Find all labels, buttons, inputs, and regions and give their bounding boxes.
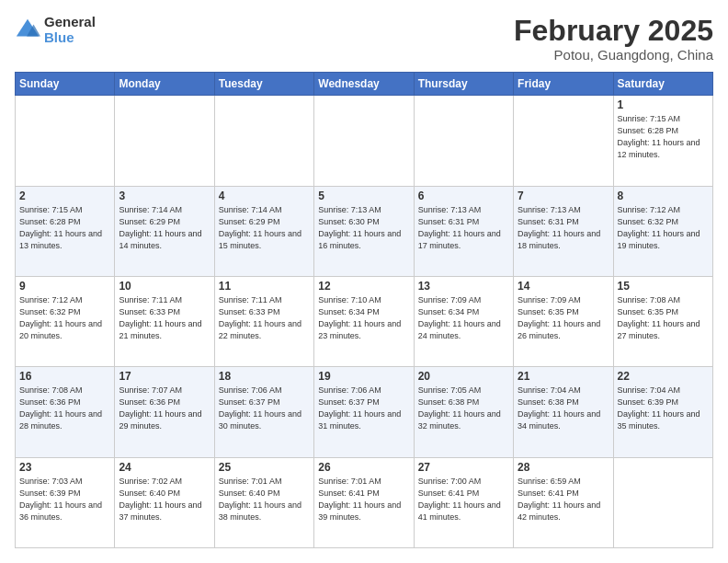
title-block: February 2025 Potou, Guangdong, China bbox=[514, 15, 713, 63]
calendar-cell: 13Sunrise: 7:09 AM Sunset: 6:34 PM Dayli… bbox=[414, 276, 513, 366]
header-tuesday: Tuesday bbox=[214, 73, 313, 96]
calendar-cell bbox=[414, 96, 513, 186]
day-info: Sunrise: 7:04 AM Sunset: 6:39 PM Dayligh… bbox=[618, 385, 709, 432]
page: General Blue February 2025 Potou, Guangd… bbox=[0, 0, 728, 563]
calendar-cell: 8Sunrise: 7:12 AM Sunset: 6:32 PM Daylig… bbox=[613, 186, 712, 276]
calendar-title: February 2025 bbox=[514, 15, 713, 47]
calendar-subtitle: Potou, Guangdong, China bbox=[514, 47, 713, 63]
calendar-cell: 28Sunrise: 6:59 AM Sunset: 6:41 PM Dayli… bbox=[514, 457, 613, 547]
day-info: Sunrise: 7:11 AM Sunset: 6:33 PM Dayligh… bbox=[119, 294, 210, 342]
logo-icon bbox=[15, 17, 40, 43]
day-number: 17 bbox=[119, 370, 210, 383]
day-number: 26 bbox=[318, 461, 409, 474]
calendar-cell bbox=[115, 96, 214, 186]
header: General Blue February 2025 Potou, Guangd… bbox=[15, 15, 713, 63]
day-number: 5 bbox=[318, 190, 409, 202]
calendar-header-row: SundayMondayTuesdayWednesdayThursdayFrid… bbox=[16, 73, 713, 96]
day-info: Sunrise: 7:12 AM Sunset: 6:32 PM Dayligh… bbox=[19, 294, 110, 342]
day-info: Sunrise: 7:09 AM Sunset: 6:35 PM Dayligh… bbox=[518, 294, 609, 342]
calendar-cell: 24Sunrise: 7:02 AM Sunset: 6:40 PM Dayli… bbox=[115, 457, 214, 547]
day-info: Sunrise: 7:11 AM Sunset: 6:33 PM Dayligh… bbox=[219, 294, 310, 342]
day-number: 12 bbox=[318, 280, 409, 293]
day-info: Sunrise: 7:14 AM Sunset: 6:29 PM Dayligh… bbox=[119, 204, 210, 252]
day-number: 18 bbox=[219, 370, 310, 383]
calendar-cell bbox=[514, 96, 613, 186]
day-info: Sunrise: 7:02 AM Sunset: 6:40 PM Dayligh… bbox=[119, 476, 210, 523]
calendar-cell: 3Sunrise: 7:14 AM Sunset: 6:29 PM Daylig… bbox=[115, 186, 214, 276]
day-info: Sunrise: 6:59 AM Sunset: 6:41 PM Dayligh… bbox=[518, 476, 609, 523]
day-number: 24 bbox=[119, 461, 210, 474]
calendar-cell: 27Sunrise: 7:00 AM Sunset: 6:41 PM Dayli… bbox=[414, 457, 513, 547]
calendar-cell: 15Sunrise: 7:08 AM Sunset: 6:35 PM Dayli… bbox=[613, 276, 712, 366]
day-number: 15 bbox=[618, 280, 709, 293]
logo: General Blue bbox=[15, 15, 96, 45]
day-info: Sunrise: 7:01 AM Sunset: 6:41 PM Dayligh… bbox=[318, 476, 409, 523]
calendar-cell: 1Sunrise: 7:15 AM Sunset: 6:28 PM Daylig… bbox=[613, 96, 712, 186]
calendar-cell: 4Sunrise: 7:14 AM Sunset: 6:29 PM Daylig… bbox=[214, 186, 313, 276]
header-wednesday: Wednesday bbox=[314, 73, 414, 96]
calendar-cell: 2Sunrise: 7:15 AM Sunset: 6:28 PM Daylig… bbox=[16, 186, 115, 276]
calendar-cell: 5Sunrise: 7:13 AM Sunset: 6:30 PM Daylig… bbox=[314, 186, 414, 276]
day-number: 9 bbox=[19, 280, 110, 293]
calendar-cell: 6Sunrise: 7:13 AM Sunset: 6:31 PM Daylig… bbox=[414, 186, 513, 276]
calendar-week-1: 1Sunrise: 7:15 AM Sunset: 6:28 PM Daylig… bbox=[16, 96, 713, 186]
day-number: 8 bbox=[618, 190, 709, 202]
day-info: Sunrise: 7:05 AM Sunset: 6:38 PM Dayligh… bbox=[418, 385, 509, 432]
day-number: 10 bbox=[119, 280, 210, 293]
day-number: 23 bbox=[19, 461, 110, 474]
calendar-week-4: 16Sunrise: 7:08 AM Sunset: 6:36 PM Dayli… bbox=[16, 367, 713, 457]
day-number: 3 bbox=[119, 190, 210, 202]
day-info: Sunrise: 7:13 AM Sunset: 6:30 PM Dayligh… bbox=[318, 204, 409, 252]
day-info: Sunrise: 7:10 AM Sunset: 6:34 PM Dayligh… bbox=[318, 294, 409, 342]
calendar-cell: 16Sunrise: 7:08 AM Sunset: 6:36 PM Dayli… bbox=[16, 367, 115, 457]
day-info: Sunrise: 7:15 AM Sunset: 6:28 PM Dayligh… bbox=[618, 113, 709, 161]
calendar-cell: 12Sunrise: 7:10 AM Sunset: 6:34 PM Dayli… bbox=[314, 276, 414, 366]
day-number: 27 bbox=[418, 461, 509, 474]
day-number: 14 bbox=[518, 280, 609, 293]
day-info: Sunrise: 7:14 AM Sunset: 6:29 PM Dayligh… bbox=[219, 204, 310, 252]
calendar-cell: 14Sunrise: 7:09 AM Sunset: 6:35 PM Dayli… bbox=[514, 276, 613, 366]
logo-text: General Blue bbox=[44, 15, 96, 45]
day-info: Sunrise: 7:13 AM Sunset: 6:31 PM Dayligh… bbox=[418, 204, 509, 252]
day-number: 11 bbox=[219, 280, 310, 293]
calendar-cell bbox=[314, 96, 414, 186]
header-saturday: Saturday bbox=[613, 73, 712, 96]
calendar-cell: 9Sunrise: 7:12 AM Sunset: 6:32 PM Daylig… bbox=[16, 276, 115, 366]
header-thursday: Thursday bbox=[414, 73, 513, 96]
logo-line1: General bbox=[44, 15, 96, 30]
day-number: 25 bbox=[219, 461, 310, 474]
calendar-table: SundayMondayTuesdayWednesdayThursdayFrid… bbox=[15, 72, 713, 548]
day-info: Sunrise: 7:08 AM Sunset: 6:35 PM Dayligh… bbox=[618, 294, 709, 342]
day-info: Sunrise: 7:01 AM Sunset: 6:40 PM Dayligh… bbox=[219, 476, 310, 523]
day-info: Sunrise: 7:00 AM Sunset: 6:41 PM Dayligh… bbox=[418, 476, 509, 523]
header-monday: Monday bbox=[115, 73, 214, 96]
day-info: Sunrise: 7:13 AM Sunset: 6:31 PM Dayligh… bbox=[518, 204, 609, 252]
day-number: 19 bbox=[318, 370, 409, 383]
calendar-cell: 10Sunrise: 7:11 AM Sunset: 6:33 PM Dayli… bbox=[115, 276, 214, 366]
calendar-week-3: 9Sunrise: 7:12 AM Sunset: 6:32 PM Daylig… bbox=[16, 276, 713, 366]
day-info: Sunrise: 7:06 AM Sunset: 6:37 PM Dayligh… bbox=[318, 385, 409, 432]
header-friday: Friday bbox=[514, 73, 613, 96]
day-number: 1 bbox=[618, 98, 709, 111]
day-number: 16 bbox=[19, 370, 110, 383]
calendar-cell: 19Sunrise: 7:06 AM Sunset: 6:37 PM Dayli… bbox=[314, 367, 414, 457]
day-number: 20 bbox=[418, 370, 509, 383]
day-number: 28 bbox=[518, 461, 609, 474]
day-info: Sunrise: 7:15 AM Sunset: 6:28 PM Dayligh… bbox=[19, 204, 110, 252]
calendar-cell: 18Sunrise: 7:06 AM Sunset: 6:37 PM Dayli… bbox=[214, 367, 313, 457]
logo-line2: Blue bbox=[44, 30, 96, 46]
day-info: Sunrise: 7:08 AM Sunset: 6:36 PM Dayligh… bbox=[19, 385, 110, 432]
day-info: Sunrise: 7:07 AM Sunset: 6:36 PM Dayligh… bbox=[119, 385, 210, 432]
calendar-cell: 20Sunrise: 7:05 AM Sunset: 6:38 PM Dayli… bbox=[414, 367, 513, 457]
day-number: 7 bbox=[518, 190, 609, 202]
calendar-cell bbox=[613, 457, 712, 547]
day-number: 6 bbox=[418, 190, 509, 202]
calendar-cell bbox=[16, 96, 115, 186]
day-number: 22 bbox=[618, 370, 709, 383]
calendar-cell: 7Sunrise: 7:13 AM Sunset: 6:31 PM Daylig… bbox=[514, 186, 613, 276]
calendar-week-5: 23Sunrise: 7:03 AM Sunset: 6:39 PM Dayli… bbox=[16, 457, 713, 547]
header-sunday: Sunday bbox=[16, 73, 115, 96]
day-info: Sunrise: 7:06 AM Sunset: 6:37 PM Dayligh… bbox=[219, 385, 310, 432]
calendar-cell bbox=[214, 96, 313, 186]
calendar-cell: 21Sunrise: 7:04 AM Sunset: 6:38 PM Dayli… bbox=[514, 367, 613, 457]
